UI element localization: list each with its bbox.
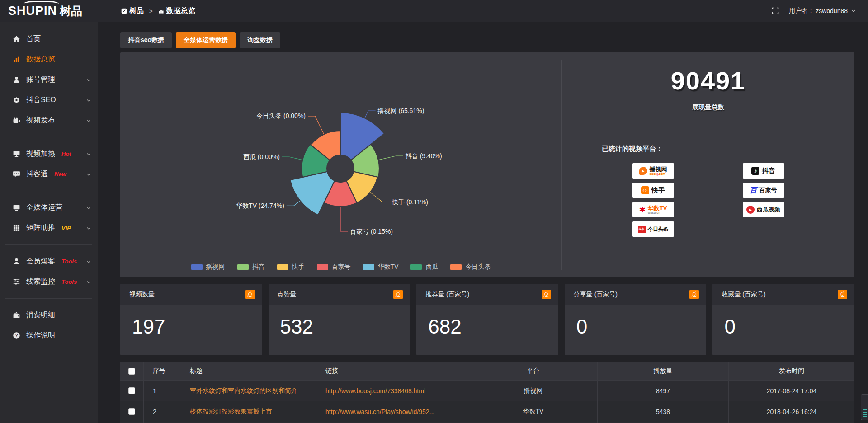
user-menu[interactable]: 用户名： zswodun88 <box>789 7 856 15</box>
sidebar-item-data-overview[interactable]: 数据总览 <box>0 49 98 70</box>
sidebar-item-label: 账号管理 <box>26 75 55 85</box>
chevron-down-icon <box>86 151 91 157</box>
legend-item-百家号[interactable]: 百家号 <box>317 263 351 271</box>
douyin-logo-icon: ♪ <box>751 167 760 175</box>
breadcrumb-item-current[interactable]: 数据总览 <box>158 6 195 16</box>
cell-plays: 8497 <box>598 381 729 401</box>
sidebar-item-home[interactable]: 首页 <box>0 29 98 49</box>
legend-label: 播视网 <box>206 263 225 271</box>
video-url-link[interactable]: http://www.wasu.cn/Play/show/id/952... <box>326 408 434 415</box>
sidebar-divider <box>5 244 92 245</box>
table-row: 2楼体投影灯投影效果震撼上市http://www.wasu.cn/Play/sh… <box>120 401 854 422</box>
video-title-link[interactable]: 室外水纹灯和室内水纹灯的区别和简介 <box>190 387 297 395</box>
sidebar-item-video-publish[interactable]: 视频发布 <box>0 110 98 131</box>
pie-slice-华数TV[interactable] <box>290 172 335 215</box>
platform-name: 抖音 <box>762 167 775 174</box>
chevron-down-icon <box>86 172 91 177</box>
platform-name: 快手 <box>651 187 665 194</box>
chevron-down-icon <box>86 205 91 211</box>
sliders-icon <box>12 278 20 286</box>
rose-pie-chart: 播视网 (65.61%)抖音 (9.40%)快手 (0.11%)百家号 (0.1… <box>120 52 561 277</box>
breadcrumb-item-home[interactable]: 树品 <box>121 6 144 16</box>
legend-marker <box>317 264 328 270</box>
sidebar-item-label: 数据总览 <box>26 55 55 64</box>
stat-card-title: 视频数量 <box>129 291 155 299</box>
sidebar-item-consumption-detail[interactable]: 消费明细 <box>0 305 98 325</box>
sidebar-divider <box>5 298 92 299</box>
platform-name: 今日头条 <box>648 226 669 232</box>
username-label: 用户名： <box>789 7 814 15</box>
stat-card-value: 0 <box>576 315 707 338</box>
topbar: SHUPIN 树品 树品 > 数据总览 用户名： zswodun88 <box>0 0 868 22</box>
username-value: zswodun88 <box>816 7 848 14</box>
table-row: 1室外水纹灯和室内水纹灯的区别和简介http://www.boosj.com/7… <box>120 380 854 401</box>
screen-icon <box>12 150 20 158</box>
fullscreen-icon[interactable] <box>772 7 779 14</box>
pie-label: 西瓜 (0.00%) <box>243 153 280 160</box>
floating-widget[interactable] <box>861 394 868 420</box>
total-badge: 总 <box>838 290 847 299</box>
cell-index: 2 <box>144 401 184 422</box>
sidebar-item-member-baoke[interactable]: 会员爆客Tools <box>0 251 98 272</box>
legend-item-抖音[interactable]: 抖音 <box>237 263 265 271</box>
sidebar-item-matrix-boost[interactable]: 矩阵助推VIP <box>0 218 98 238</box>
stat-card-title: 分享量 (百家号) <box>574 291 618 299</box>
chevron-down-icon <box>86 226 91 231</box>
row-checkbox[interactable] <box>128 408 135 415</box>
video-title-link[interactable]: 楼体投影灯投影效果震撼上市 <box>190 408 272 416</box>
sidebar-item-media-operation[interactable]: 全媒体运营 <box>0 197 98 218</box>
sidebar-item-account-manage[interactable]: 账号管理 <box>0 70 98 90</box>
stat-card-header: 点赞量总 <box>269 284 410 306</box>
breadcrumb: 树品 > 数据总览 <box>121 6 195 16</box>
videos-table: 序号标题链接平台播放量发布时间1室外水纹灯和室内水纹灯的区别和简介http://… <box>120 362 854 423</box>
sidebar-divider <box>5 137 92 137</box>
legend-item-快手[interactable]: 快手 <box>277 263 305 271</box>
sidebar-item-video-heat[interactable]: 视频加热Hot <box>0 144 98 164</box>
table-header-0: 序号 <box>144 362 184 380</box>
video-url-link[interactable]: http://www.boosj.com/7338468.html <box>326 387 425 395</box>
boosj-logo-icon: ▶ <box>639 167 647 175</box>
legend-item-播视网[interactable]: 播视网 <box>191 263 225 271</box>
platform-logo-boosj: ▶播视网boosj.com <box>632 163 674 179</box>
sidebar-item-douyin-seo[interactable]: 抖音SEO <box>0 90 98 110</box>
total-badge: 总 <box>689 290 699 299</box>
total-badge: 总 <box>542 290 551 299</box>
breadcrumb-label: 树品 <box>129 6 144 16</box>
platform-column: ▶播视网boosj.com◎◦快手✱华数TVwasu.cn头条今日头条 <box>632 163 674 237</box>
legend-item-今日头条[interactable]: 今日头条 <box>450 263 491 271</box>
tab-bar: 抖音seo数据全媒体运营数据询盘数据 <box>120 32 854 48</box>
sidebar-item-clue-monitor[interactable]: 线索监控Tools <box>0 272 98 292</box>
header-checkbox-cell <box>120 362 144 380</box>
stat-card-value: 532 <box>280 315 410 338</box>
tab-1[interactable]: 全媒体运营数据 <box>176 32 236 48</box>
stat-card-header: 分享量 (百家号)总 <box>565 284 707 306</box>
select-all-checkbox[interactable] <box>128 368 135 375</box>
row-checkbox[interactable] <box>128 387 135 394</box>
platform-logo-baijiahao: 百百家号 <box>743 183 784 198</box>
legend-item-华数TV[interactable]: 华数TV <box>363 263 399 271</box>
sidebar-item-label: 线索监控 <box>26 277 55 287</box>
pie-label-line <box>282 157 302 160</box>
sidebar-item-douketong[interactable]: 抖客通New <box>0 164 98 184</box>
platform-name: 西瓜视频 <box>757 207 780 213</box>
member-icon <box>12 258 20 265</box>
sidebar-item-operation-help[interactable]: ?操作说明 <box>0 325 98 346</box>
breadcrumb-separator: > <box>149 8 153 14</box>
tab-2[interactable]: 询盘数据 <box>240 32 280 48</box>
grid-icon <box>12 224 20 232</box>
cell-platform: 播视网 <box>469 381 598 401</box>
sidebar-item-label: 操作说明 <box>26 331 55 340</box>
total-impressions-value: 90491 <box>562 66 854 95</box>
legend-marker <box>237 264 249 270</box>
wallet-icon <box>12 311 20 319</box>
sidebar-divider <box>5 191 92 191</box>
bar-chart-icon <box>12 56 20 63</box>
pie-label-line <box>287 201 300 206</box>
chevron-down-icon <box>86 279 91 285</box>
pie-label: 快手 (0.11%) <box>392 198 428 206</box>
table-header-2: 链接 <box>320 362 469 380</box>
tab-0[interactable]: 抖音seo数据 <box>120 32 172 48</box>
pie-label: 播视网 (65.61%) <box>377 107 425 114</box>
pie-label: 百家号 (0.15%) <box>350 228 393 235</box>
legend-item-西瓜[interactable]: 西瓜 <box>410 263 438 271</box>
